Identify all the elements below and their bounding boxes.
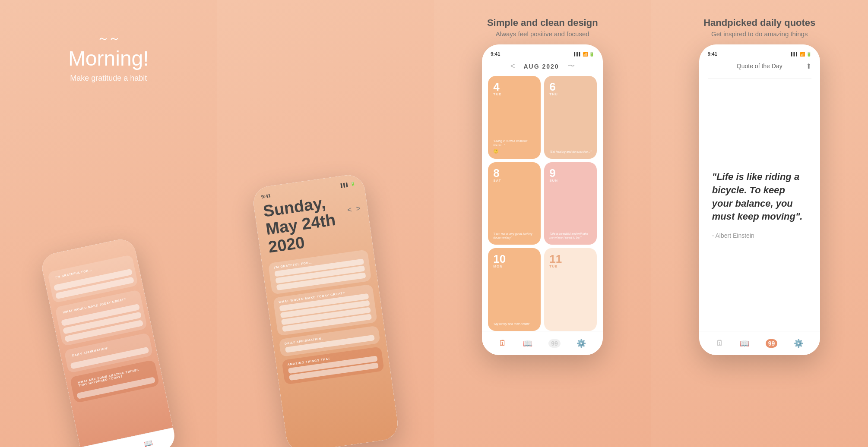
morning-subtitle: Make gratitude a habit	[70, 74, 147, 83]
waveform-icon: 〜	[568, 62, 575, 71]
morning-title: Morning!	[68, 47, 149, 70]
quote-header: Quote of the Day ⬆	[699, 58, 820, 78]
panel-1-content: ～～ Morning! Make gratitude a habit I'M G…	[9, 13, 209, 438]
phone-mockup-4: 9:41 ▌▌▌ 📶 🔋 Quote of the Day ⬆ "Life	[699, 44, 820, 355]
status-icons-p2: ▌▌▌🔋	[340, 182, 355, 188]
cal-day-8[interactable]: 8 SAT "I am not a very good looking docu…	[488, 162, 541, 245]
wave-logo: ～～	[97, 30, 120, 47]
day-num-11: 11	[549, 253, 592, 264]
tab-book-p4[interactable]: 📖	[740, 339, 749, 348]
day-entry-10: "My family and their health"	[493, 322, 535, 326]
cal-day-4[interactable]: 4 TUE "Living in such a beautiful house.…	[488, 76, 541, 159]
day-num-6: 6	[549, 81, 592, 92]
day-entry-4: "Living in such a beautiful house..."	[493, 139, 535, 147]
panel-3-title: Simple and clean design	[487, 17, 598, 28]
panel-4-title: Handpicked daily quotes	[703, 17, 815, 28]
day-name-9: SUN	[549, 179, 592, 183]
panel-intro: ～～ Morning! Make gratitude a habit I'M G…	[0, 0, 217, 447]
tab-settings-p3[interactable]: ⚙️	[577, 339, 586, 348]
day-name-6: THU	[549, 92, 592, 96]
tab-cal-p4[interactable]: 🗓	[716, 339, 724, 348]
status-icons-p3: ▌▌▌ 📶 🔋	[574, 52, 594, 57]
panel-4-header: Handpicked daily quotes Get inspired to …	[703, 17, 815, 38]
quote-content: "Life is like riding a bicycle. To keep …	[699, 79, 820, 331]
phone-mockup-2: 9:41 ▌▌▌🔋 Sunday, May 24th 2020 < >	[251, 173, 400, 447]
day-num-9: 9	[549, 167, 592, 179]
month-header: < AUG 2020 〜	[482, 58, 603, 76]
panel-3-header: Simple and clean design Always feel posi…	[487, 17, 598, 38]
day-entry-6: "Eat healthy and do exercise..."	[549, 150, 592, 154]
day-name-11: TUE	[549, 264, 592, 268]
month-label: AUG 2020	[523, 63, 559, 70]
day-num-4: 4	[493, 81, 535, 92]
share-icon[interactable]: ⬆	[806, 62, 811, 70]
quote-author: - Albert Einstein	[712, 232, 754, 239]
cal-day-6[interactable]: 6 THU "Eat healthy and do exercise..."	[544, 76, 597, 159]
status-time-p3: 9:41	[491, 51, 500, 57]
status-bar-p4: 9:41 ▌▌▌ 📶 🔋	[699, 44, 820, 58]
phone-mockup-3: 9:41 ▌▌▌ 📶 🔋 < AUG 2020 〜	[482, 44, 603, 355]
quote-text: "Life is like riding a bicycle. To keep …	[712, 170, 807, 224]
status-time-p2: 9:41	[261, 193, 271, 199]
phone-mockup-1: I'M GRATEFUL FOR... WHAT WOULD MAKE TODA…	[40, 237, 177, 447]
cal-day-11[interactable]: 11 TUE	[544, 248, 597, 331]
nav-arrows[interactable]: < >	[347, 204, 361, 214]
panel-quotes: Handpicked daily quotes Get inspired to …	[651, 0, 868, 447]
cal-day-10[interactable]: 10 MON "My family and their health"	[488, 248, 541, 331]
day-entry-9: "Life is beautiful and will take me wher…	[549, 232, 592, 239]
tab-bar-p4: 🗓 📖 99 ⚙️	[699, 331, 820, 355]
panel-3-subtitle: Always feel positive and focused	[487, 30, 598, 38]
day-name-10: MON	[493, 264, 535, 268]
panel-calendar: Simple and clean design Always feel posi…	[434, 0, 651, 447]
tab-bar-p3: 🗓 📖 99 ⚙️	[482, 331, 603, 355]
tab-tag-p3[interactable]: 99	[548, 339, 561, 348]
tab-settings-p4[interactable]: ⚙️	[794, 339, 803, 348]
day-entry-8: "I am not a very good looking documentar…	[493, 232, 535, 239]
day-name-8: SAT	[493, 179, 535, 183]
tab-book-icon[interactable]: 📖	[143, 438, 155, 447]
panel-journal: 9:41 ▌▌▌🔋 Sunday, May 24th 2020 < >	[217, 0, 434, 447]
status-bar-p3: 9:41 ▌▌▌ 📶 🔋	[482, 44, 603, 58]
status-time-p4: 9:41	[708, 51, 717, 57]
tab-tag-p4[interactable]: 99	[766, 339, 778, 348]
day-num-10: 10	[493, 253, 535, 264]
quote-title: Quote of the Day	[737, 63, 782, 69]
status-icons-p4: ▌▌▌ 📶 🔋	[791, 52, 811, 57]
panel-4-subtitle: Get inspired to do amazing things	[703, 30, 815, 38]
cal-day-9[interactable]: 9 SUN "Life is beautiful and will take m…	[544, 162, 597, 245]
tab-cal-p3[interactable]: 🗓	[499, 339, 507, 348]
tab-book-p3[interactable]: 📖	[523, 339, 532, 348]
prev-month-btn[interactable]: <	[510, 62, 515, 71]
emoji-4: 🙂	[493, 149, 535, 154]
calendar-grid: 4 TUE "Living in such a beautiful house.…	[482, 76, 603, 331]
day-num-8: 8	[493, 167, 535, 179]
day-name-4: TUE	[493, 92, 535, 96]
